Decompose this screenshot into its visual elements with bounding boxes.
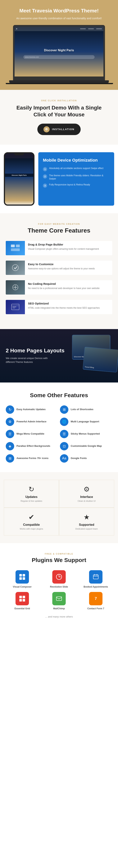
laptop-foot [6,83,113,84]
multilang-label: Multi Language Support [71,420,99,423]
sticky-label: Sticky Menus Supported [71,432,100,436]
mailchimp-name: MailChimp [53,607,65,610]
compatible-sub: Works with major plugins [8,528,55,530]
core-feature-row: Drag & Drop Page Builder Visual Composer… [6,241,112,255]
svg-rect-11 [23,574,25,577]
laptop-base [9,80,109,83]
visual-composer-icon [16,570,29,584]
phone-mockup: Discover Night Paris [4,152,34,206]
feature-text: No Coding Required No need to be a profe… [28,280,101,292]
other-features-section: Some Other Features ↻ Easy Automatic Upd… [0,382,118,472]
svg-rect-22 [23,599,25,601]
feature-title: Easy to Customize [28,262,95,266]
interface-icon: ⚙ [63,485,110,493]
plugins-label: FREE & COMPATIBLE [6,553,112,555]
feature-thumbnail [6,260,25,275]
supported-title: Supported [63,523,110,527]
revolution-slider-icon [52,570,66,584]
essential-grid-icon [16,592,29,605]
googlefonts-label: Google Fonts [71,457,87,460]
feat-item-admin: ⚙ Powerful Admin Interface [6,417,58,426]
shortcodes-label: Lots of Shortcodes [71,408,93,411]
compatible-title: Compatible [8,523,55,527]
multilang-icon: 🌐 [60,417,68,426]
feature-text: SEO Optimized HTML code integrated into … [28,300,101,312]
essential-grid-name: Essential Grid [15,607,30,610]
core-feature-row: No Coding Required No need to be a profe… [6,280,112,294]
admin-icon: ⚙ [6,417,14,426]
contact-form-7-name: Contact Form 7 [87,607,104,610]
feature-description: No need to be a professional web develop… [28,286,100,290]
other-features-grid: ↻ Easy Automatic Updates ⊞ Lots of Short… [6,405,112,463]
mobile-features-list: 1 Absolutely all scrollable sections sup… [43,167,110,188]
laptop-mockup: Discover Night Paris www.travesia.com [13,25,105,80]
feature-title: SEO Optimized [28,302,100,305]
layout-card-2: Travel Blog [82,347,118,372]
plugin-contact-form-7: 7 Contact Form 7 [79,592,112,610]
feat-item-parallax: ◈ Parallax Effect Backgrounds [6,442,58,451]
forms-icon: ⊞ [6,454,14,463]
revolution-slider-name: Revolution Slide [50,586,68,588]
mobile-feature-text: Absolutely all scrollable sections suppo… [49,167,103,170]
core-feature-row: SEO Optimized HTML code integrated into … [6,300,112,314]
svg-point-3 [12,265,18,271]
interface-sub: Clean & intuitive UI [63,500,110,502]
hero-title: Meet Travesia WordPress Theme! [6,8,112,14]
rating-supported: ★ Supported Dedicated support team [59,508,114,535]
updates-icon: ↻ [8,485,55,493]
svg-rect-19 [19,596,22,598]
feat-item-sticky: ☰ Sticky Menus Supported [60,430,112,438]
svg-rect-0 [11,245,15,247]
rating-interface: ⚙ Interface Clean & intuitive UI [59,480,114,508]
plugin-booked: Booked Appointments [79,570,112,588]
installation-button[interactable]: ⚙ INSTALLATION [37,124,80,135]
plugin-visual-composer: Visual Composer [6,570,39,588]
layouts-visual: Discover Night Paris Travel Blog [61,329,118,382]
hero-subtitle: An awesome user-friendly combination of … [6,17,112,21]
plugins-section: FREE & COMPATIBLE Plugins We Support Vis… [0,543,118,628]
installation-heading: Easily Import Demo With a Single Click o… [6,104,112,118]
layouts-heading: 2 Home Pages Layouts [6,348,65,354]
other-features-heading: Some Other Features [6,392,112,399]
core-features-section: FOR EASY WEBSITE CREATION Theme Core Fea… [0,213,118,329]
svg-rect-8 [13,307,16,307]
googlemap-label: Customizable Google Map [71,444,102,448]
svg-rect-12 [19,577,22,580]
feature-title: No Coding Required [28,282,100,285]
feature-description: Visual Composer plugin offers amazing to… [28,247,99,251]
plugins-heading: Plugins We Support [6,557,112,563]
rating-updates: ↻ Updates Regular & free updates [4,480,59,508]
core-section-label: FOR EASY WEBSITE CREATION [6,223,112,225]
feature-description: Awesome easy-to-use options will adjust … [28,267,95,270]
laptop-screen-label: Discover Night Paris [44,49,74,52]
mobile-feature-text: The theme uses Mobile Friendly sliders: … [49,174,110,181]
googlefonts-icon: Aa [60,454,68,463]
mobile-feature-item: 3 Fully Responsive layout & Retina Ready [43,183,110,188]
interface-title: Interface [63,495,110,499]
feat-item-googlefonts: Aa Google Fonts [60,454,112,463]
compatible-icon: ✔ [8,513,55,521]
layouts-section: 2 Home Pages Layouts We create several u… [0,329,118,382]
mobile-feature-num: 2 [43,174,47,179]
mobile-feature-item: 1 Absolutely all scrollable sections sup… [43,167,110,171]
contact-form-7-icon: 7 [89,592,102,605]
feat-item-updates: ↻ Easy Automatic Updates [6,405,58,414]
booked-name: Booked Appointments [84,586,108,588]
mailchimp-icon [52,592,66,605]
svg-rect-13 [23,577,25,580]
mobile-feature-num: 3 [43,184,47,188]
feat-item-megamenu: ☰ Mega Menu Compatible [6,430,58,438]
installation-label: ONE CLICK INSTALLATION [6,99,112,102]
core-feature-row: Easy to Customize Awesome easy-to-use op… [6,260,112,275]
phone-notch [14,153,24,155]
supported-sub: Dedicated support team [63,528,110,530]
googlemap-icon: ⊡ [60,442,68,451]
feature-text: Drag & Drop Page Builder Visual Composer… [28,241,101,253]
svg-rect-9 [13,308,15,308]
mobile-title: Mobile Device Optimization [43,158,110,163]
install-button-label: INSTALLATION [52,128,74,131]
feature-thumbnail [6,280,25,294]
mobile-feature-text: Fully Responsive layout & Retina Ready [49,183,90,186]
svg-rect-10 [19,574,22,577]
updates-label: Easy Automatic Updates [17,408,46,411]
